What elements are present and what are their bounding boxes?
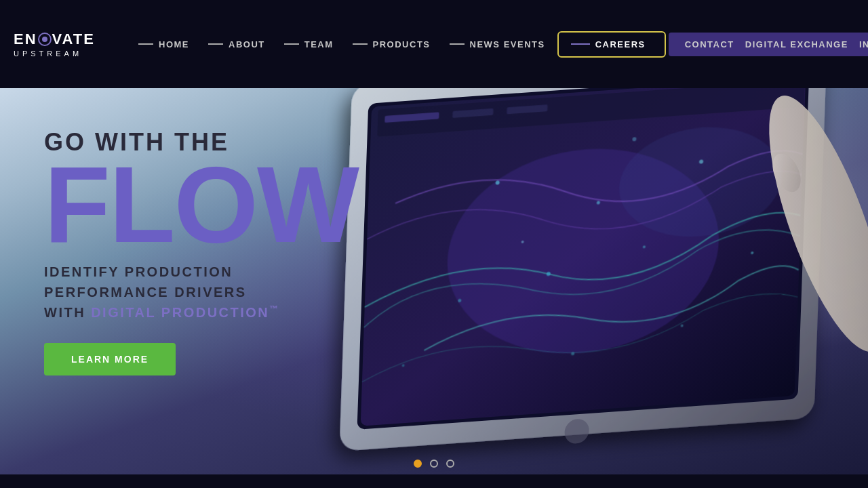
hero-tagline-line3: WITH DIGITAL PRODUCTION™ bbox=[44, 302, 358, 323]
hero-section: GO WITH THE FLOW IDENTIFY PRODUCTION PER… bbox=[0, 88, 868, 474]
logo-subtitle: UPSTREAM bbox=[14, 49, 82, 58]
hero-tm-symbol: ™ bbox=[269, 304, 280, 314]
carousel-dot-1[interactable] bbox=[414, 460, 422, 468]
hero-tagline-with: WITH bbox=[44, 305, 91, 320]
logo-en: EN bbox=[14, 30, 37, 48]
hero-tagline-highlight: DIGITAL PRODUCTION bbox=[91, 305, 269, 320]
logo[interactable]: EN VATE UPSTREAM bbox=[14, 30, 102, 58]
logo-text: EN VATE bbox=[14, 30, 95, 48]
carousel-dot-3[interactable] bbox=[446, 460, 454, 468]
hero-tablet-illustration bbox=[298, 88, 868, 474]
nav-careers[interactable]: CAREERS bbox=[557, 31, 666, 58]
carousel-dot-2[interactable] bbox=[430, 460, 438, 468]
carousel-dots bbox=[0, 460, 868, 468]
hero-flow-text: FLOW bbox=[44, 159, 358, 251]
nav-investors[interactable]: INVESTORS bbox=[854, 37, 868, 52]
site-header: EN VATE UPSTREAM HOME ABOUT TEAM PRODUCT… bbox=[0, 0, 868, 88]
logo-vate: VATE bbox=[52, 30, 95, 48]
nav-contact[interactable]: CONTACT bbox=[679, 37, 740, 52]
hero-tagline: IDENTIFY PRODUCTION PERFORMANCE DRIVERS … bbox=[44, 262, 358, 323]
nav-about[interactable]: ABOUT bbox=[199, 35, 275, 54]
nav-products[interactable]: PRODUCTS bbox=[343, 35, 440, 54]
nav-team[interactable]: TEAM bbox=[275, 35, 343, 54]
hero-tagline-line2: PERFORMANCE DRIVERS bbox=[44, 282, 358, 302]
logo-o-icon bbox=[38, 33, 52, 46]
nav-home[interactable]: HOME bbox=[129, 35, 199, 54]
nav-digital-exchange[interactable]: DIGITAL EXCHANGE bbox=[740, 37, 854, 52]
tablet-svg bbox=[298, 88, 868, 474]
nav-news-events[interactable]: NEWS EVENTS bbox=[440, 35, 555, 54]
nav-right-group: CONTACT DIGITAL EXCHANGE INVESTORS bbox=[669, 33, 868, 56]
hero-text-content: GO WITH THE FLOW IDENTIFY PRODUCTION PER… bbox=[44, 129, 358, 375]
learn-more-button[interactable]: LEARN MORE bbox=[44, 343, 176, 375]
main-nav: HOME ABOUT TEAM PRODUCTS NEWS EVENTS CAR… bbox=[129, 31, 868, 58]
